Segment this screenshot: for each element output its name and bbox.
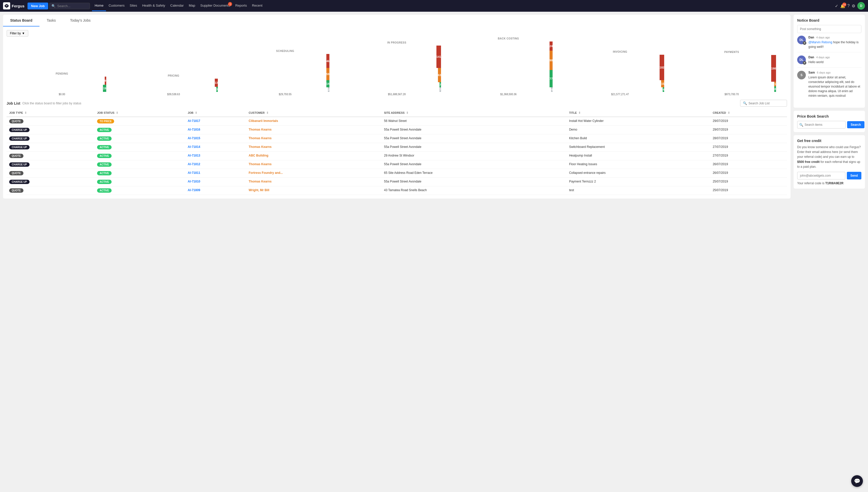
customer-link[interactable]: Wright, Mr Bill (249, 188, 269, 192)
nav-sites[interactable]: Sites (127, 1, 140, 11)
nav-recent[interactable]: Recent (250, 1, 265, 11)
nav-health-safety[interactable]: Health & Safety (140, 1, 168, 11)
notice-item: DL ✕ Dan 4 days ago @Marvin Rebong hope … (797, 35, 861, 52)
customer-link[interactable]: Thomas Kearns (249, 180, 272, 183)
customer-link[interactable]: Thomas Kearns (249, 137, 272, 140)
job-status-badge: ACTIVE (97, 128, 112, 132)
customer-link[interactable]: Clibanarii Immortals (249, 119, 278, 123)
customer-link[interactable]: Thomas Kearns (249, 128, 272, 131)
invoicing-red-bar: 182 (660, 55, 664, 80)
back-costing-orange-bar: 90 (549, 51, 553, 70)
price-search-input[interactable] (797, 121, 846, 128)
job-link[interactable]: AI-71809 (188, 188, 200, 192)
table-row: CHARGE UP ACTIVE AI-71815 Thomas Kearns … (7, 134, 787, 143)
title-cell: Install Hot Water Cylinder (567, 117, 710, 126)
customer-link[interactable]: ABC Building (249, 154, 268, 157)
job-link[interactable]: AI-71816 (188, 128, 200, 131)
nav-reports[interactable]: Reports (233, 1, 250, 11)
job-status-badge: ACTIVE (97, 154, 112, 158)
col-created[interactable]: CREATED ⇕ (710, 109, 787, 117)
nav-map[interactable]: Map (186, 1, 198, 11)
nav-calendar[interactable]: Calendar (168, 1, 186, 11)
job-link[interactable]: AI-71812 (188, 163, 200, 166)
close-badge-icon[interactable]: ✕ (803, 61, 806, 65)
chart-col-pending[interactable]: PENDING 9 19 $0.00 (7, 72, 117, 96)
col-title[interactable]: TITLE ⇕ (567, 109, 710, 117)
customer-link[interactable]: Fortress Foundry and... (249, 171, 283, 175)
notice-mention[interactable]: @Marvin Rebong (808, 41, 832, 44)
settings-button[interactable]: ⚙ (852, 4, 855, 8)
customer-cell: Thomas Kearns (246, 126, 381, 134)
job-status-cell: ACTIVE (95, 161, 185, 169)
created-cell: 27/07/2019 (710, 152, 787, 161)
site-address-cell: 56 Walnut Street (381, 117, 566, 126)
job-type-badge: CHARGE UP (9, 145, 29, 149)
back-costing-green-bar: 77 (549, 70, 553, 87)
referral-email-input[interactable] (797, 172, 845, 179)
help-button[interactable]: ? (847, 4, 850, 8)
col-site-address[interactable]: SITE ADDRESS ⇕ (381, 109, 566, 117)
col-customer[interactable]: CUSTOMER ⇕ (246, 109, 381, 117)
chart-col-in-progress[interactable]: IN PROGRESS 141 63 7 7 $51,688,567.28 (342, 41, 452, 96)
col-job-status[interactable]: JOB STATUS ⇕ (95, 109, 185, 117)
new-job-button[interactable]: New Job (27, 3, 48, 9)
created-cell: 27/07/2019 (710, 143, 787, 152)
tab-todays-jobs[interactable]: Today's Jobs (63, 15, 98, 26)
nav-search[interactable]: 🔍 (49, 3, 90, 9)
job-status-cell: ACTIVE (95, 126, 185, 134)
notice-content: Sam 6 days ago Lorem ipsum dolor sit ame… (808, 71, 861, 98)
job-link[interactable]: AI-71817 (188, 119, 200, 123)
referral-send-button[interactable]: Send (847, 172, 861, 179)
close-badge-icon[interactable]: ✕ (803, 41, 806, 45)
chevron-down-icon: ▼ (22, 31, 25, 35)
customer-link[interactable]: Thomas Kearns (249, 163, 272, 166)
notice-meta-row: Dan 4 days ago (808, 35, 861, 39)
job-link[interactable]: AI-71815 (188, 137, 200, 140)
customer-cell: Thomas Kearns (246, 134, 381, 143)
chat-bubble[interactable]: 💬 (851, 475, 863, 487)
notifications-button[interactable]: 🔔14 (840, 4, 845, 8)
job-link[interactable]: AI-71814 (188, 145, 200, 149)
job-status-badge: ACTIVE (97, 180, 112, 184)
notice-text: @Marvin Rebong hope the holiday is going… (808, 40, 861, 49)
job-id-cell: AI-71809 (185, 186, 246, 195)
chart-col-invoicing[interactable]: INVOICING 182 15 4 $21,577,271.47 (565, 50, 675, 96)
table-row: CHARGE UP ACTIVE AI-71810 Thomas Kearns … (7, 178, 787, 186)
chart-col-scheduling[interactable]: SCHEDULING 46 59 14 2 $29,793.55 (230, 50, 341, 96)
job-link[interactable]: AI-71811 (188, 171, 200, 175)
user-avatar[interactable]: D (857, 2, 865, 10)
nav-home[interactable]: Home (92, 1, 106, 11)
free-credit-highlight: $500 free credit (797, 160, 820, 164)
job-status-cell: TO PRICE (95, 117, 185, 126)
filter-by-button[interactable]: Filter by ▼ (7, 30, 28, 36)
main-layout: Status Board Tasks Today's Jobs Filter b… (0, 12, 868, 492)
job-id-cell: AI-71813 (185, 152, 246, 161)
checkmark-button[interactable]: ✓ (835, 4, 838, 8)
scheduling-label: SCHEDULING (276, 50, 294, 52)
back-costing-label: BACK COSTING (498, 37, 519, 40)
job-link[interactable]: AI-71813 (188, 154, 200, 157)
tab-tasks[interactable]: Tasks (40, 15, 63, 26)
job-search-input[interactable] (749, 102, 784, 105)
title-cell: Payment Termzzz 2 (567, 178, 710, 186)
title-cell: Heatpump Install (567, 152, 710, 161)
nav-customers[interactable]: Customers (106, 1, 127, 11)
col-job[interactable]: JOB ⇕ (185, 109, 246, 117)
in-progress-label: IN PROGRESS (387, 41, 406, 44)
tab-status-board[interactable]: Status Board (3, 15, 40, 26)
chart-col-pricing[interactable]: PRICING 13 3 $39,538.63 (118, 74, 229, 96)
search-icon: 🔍 (51, 4, 55, 8)
customer-link[interactable]: Thomas Kearns (249, 145, 272, 149)
price-search-button[interactable]: Search (847, 121, 864, 128)
invoicing-green-bar: 4 (663, 87, 664, 92)
col-job-type[interactable]: JOB TYPE ⇕ (7, 109, 95, 117)
chart-col-back-costing[interactable]: BACK COSTING 24 90 77 4 $1,368,500.36 (453, 37, 564, 96)
job-link[interactable]: AI-71810 (188, 180, 200, 183)
sort-icon: ⇕ (728, 111, 730, 114)
chart-col-payments[interactable]: PAYMENTS 198 1 8 $873,700.70 (676, 51, 787, 96)
notice-post-input[interactable] (797, 25, 861, 33)
referral-code-text: Your referral code is T1RI8A9E2R (797, 181, 861, 185)
nav-supplier-docs[interactable]: Supplier Documents1 (198, 1, 233, 11)
sort-icon: ⇕ (406, 111, 408, 114)
search-input[interactable] (57, 4, 88, 8)
